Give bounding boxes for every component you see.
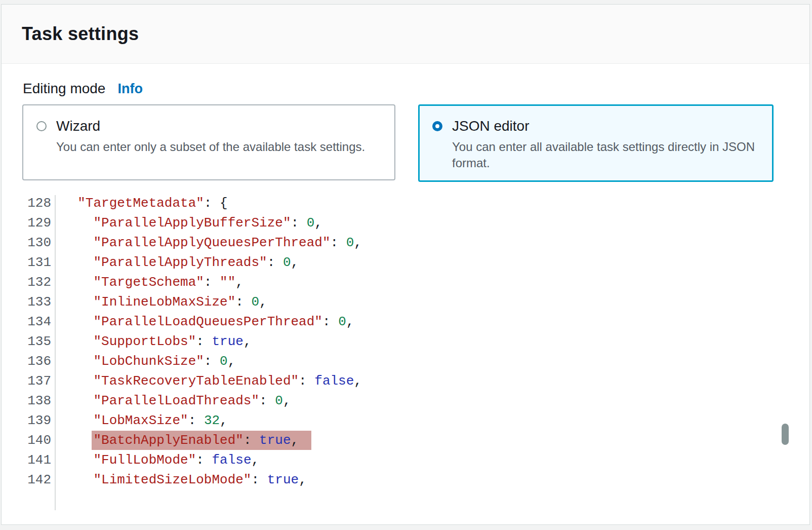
code-token: , (228, 354, 236, 369)
wizard-radio[interactable] (36, 121, 47, 131)
line-tokens: "FullLobMode": false, (93, 452, 259, 468)
code-token: 0 (307, 215, 315, 231)
line-content: "LobMaxSize": 32, (51, 413, 228, 428)
editing-mode-tiles: WizardYou can enter only a subset of the… (22, 104, 774, 181)
panel-header: Task settings (2, 5, 809, 64)
code-token: 0 (283, 255, 291, 270)
code-token: "ParallelApplyThreads" (93, 255, 267, 270)
line-number: 131 (22, 255, 51, 270)
line-number: 135 (22, 334, 51, 349)
code-line[interactable]: 130 "ParallelApplyQueuesPerThread": 0, (22, 233, 809, 252)
line-content: "InlineLobMaxSize": 0, (51, 294, 267, 310)
line-number: 140 (22, 433, 51, 448)
editing-mode-row: Editing mode Info (23, 81, 143, 97)
line-tokens: "ParallelApplyThreads": 0, (93, 255, 299, 270)
code-token: true (212, 334, 243, 349)
line-content: "ParallelLoadQueuesPerThread": 0, (51, 314, 354, 329)
code-token: , (235, 275, 243, 290)
code-line[interactable]: 140 "BatchApplyEnabled": true, (22, 430, 809, 450)
line-tokens: "LobChunkSize": 0, (93, 354, 235, 369)
code-line[interactable]: 135 "SupportLobs": true, (22, 331, 809, 351)
code-token: "ParallelApplyQueuesPerThread" (93, 235, 330, 250)
code-token: "FullLobMode" (93, 452, 196, 468)
line-tokens: "ParallelLoadThreads": 0, (93, 393, 291, 408)
code-line[interactable]: 137 "TaskRecoveryTableEnabled": false, (22, 371, 809, 391)
tile-label: Wizard (56, 118, 100, 134)
json-editor[interactable]: 128 "TargetMetadata": {129 "ParallelAppl… (22, 193, 809, 521)
code-line[interactable]: 141 "FullLobMode": false, (22, 450, 809, 470)
tile-head: JSON editor (432, 118, 759, 134)
code-line[interactable]: 136 "LobChunkSize": 0, (22, 351, 809, 371)
code-token: "LimitedSizeLobMode" (93, 472, 251, 487)
code-token: : (251, 472, 267, 487)
line-content: "TargetMetadata": { (51, 196, 228, 211)
editor-scrollbar-thumb[interactable] (782, 424, 789, 445)
line-number: 129 (22, 215, 51, 231)
code-line[interactable]: 128 "TargetMetadata": { (22, 193, 809, 213)
editing-mode-label: Editing mode (23, 81, 105, 97)
code-token: : (188, 413, 204, 428)
code-token: "SupportLobs" (93, 334, 196, 349)
code-token: : (291, 215, 307, 231)
tile-label: JSON editor (452, 118, 530, 134)
code-token: , (259, 294, 267, 310)
json-editor-radio[interactable] (432, 121, 442, 131)
code-token: : (204, 275, 220, 290)
code-token: , (220, 413, 228, 428)
code-token: : (243, 433, 259, 448)
code-line[interactable]: 132 "TargetSchema": "", (22, 272, 809, 292)
code-token: "TargetSchema" (93, 275, 204, 290)
code-line[interactable]: 138 "ParallelLoadThreads": 0, (22, 391, 809, 410)
line-number: 132 (22, 275, 51, 290)
code-token: "ParallelLoadQueuesPerThread" (93, 314, 322, 329)
tile-description: You can enter only a subset of the avail… (56, 139, 381, 155)
line-number: 142 (22, 472, 51, 487)
line-content: "BatchApplyEnabled": true, (51, 433, 311, 448)
code-token: 0 (220, 354, 228, 369)
page-title: Task settings (22, 23, 139, 45)
line-number: 134 (22, 314, 51, 329)
code-line[interactable]: 139 "LobMaxSize": 32, (22, 410, 809, 430)
code-token: : (204, 354, 220, 369)
line-tokens: "InlineLobMaxSize": 0, (93, 294, 267, 310)
line-number: 141 (22, 452, 51, 468)
code-token: "ParallelApplyBufferSize" (93, 215, 291, 231)
search-highlight: "BatchApplyEnabled": true, (92, 431, 311, 450)
code-token: : (299, 373, 314, 389)
code-line[interactable]: 131 "ParallelApplyThreads": 0, (22, 252, 809, 272)
line-number: 138 (22, 393, 51, 408)
line-tokens: "LobMaxSize": 32, (93, 413, 227, 428)
code-token: , (283, 393, 291, 408)
code-line[interactable]: 142 "LimitedSizeLobMode": true, (22, 470, 809, 489)
tile-description: You can enter all available task setting… (452, 139, 759, 171)
code-token: "" (220, 275, 235, 290)
code-token: , (252, 452, 260, 468)
code-token: : (267, 255, 283, 270)
line-tokens: "ParallelApplyBufferSize": 0, (93, 215, 322, 231)
code-token: , (314, 215, 322, 231)
line-content: "LimitedSizeLobMode": true, (51, 472, 307, 487)
code-token: true (259, 433, 291, 448)
code-line[interactable]: 133 "InlineLobMaxSize": 0, (22, 292, 809, 312)
line-number: 130 (22, 235, 51, 250)
tile-wizard[interactable]: WizardYou can enter only a subset of the… (22, 104, 395, 180)
code-token: 32 (204, 413, 220, 428)
line-number: 136 (22, 354, 51, 369)
code-token: , (243, 334, 252, 349)
info-link[interactable]: Info (117, 81, 142, 97)
code-line[interactable]: 129 "ParallelApplyBufferSize": 0, (22, 213, 809, 233)
code-line[interactable]: 134 "ParallelLoadQueuesPerThread": 0, (22, 312, 809, 331)
code-token: "ParallelLoadThreads" (93, 393, 259, 408)
code-token: "TaskRecoveryTableEnabled" (93, 373, 299, 389)
code-token: , (299, 472, 307, 487)
line-content: "ParallelLoadThreads": 0, (51, 393, 291, 408)
tile-head: Wizard (36, 118, 381, 134)
line-content: "SupportLobs": true, (51, 334, 252, 349)
line-content: "TargetSchema": "", (51, 275, 243, 290)
code-token: , (291, 433, 299, 448)
line-tokens: "ParallelLoadQueuesPerThread": 0, (93, 314, 354, 329)
line-number: 133 (22, 294, 51, 310)
code-token: "InlineLobMaxSize" (93, 294, 235, 310)
code-token: : (331, 235, 346, 250)
tile-json-editor[interactable]: JSON editorYou can enter all available t… (418, 104, 774, 182)
